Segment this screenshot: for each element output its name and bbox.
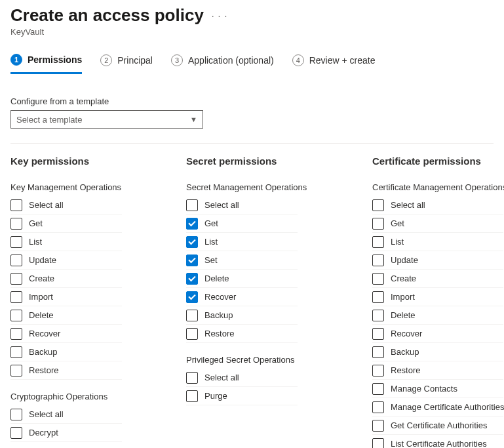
permission-checkbox[interactable] <box>372 236 384 248</box>
permission-checkbox[interactable] <box>186 199 198 211</box>
permission-label: Update <box>391 255 418 265</box>
permission-checkbox[interactable] <box>372 328 384 340</box>
permission-checkbox[interactable] <box>372 438 384 449</box>
template-select[interactable]: Select a template ▼ <box>10 110 203 129</box>
permission-checkbox[interactable] <box>10 346 22 358</box>
permission-option: Import <box>10 288 122 306</box>
step-number-badge: 1 <box>10 54 22 66</box>
permission-label: Manage Certificate Authorities <box>391 402 504 412</box>
permission-option: List Certificate Authorities <box>372 435 503 448</box>
permission-checkbox[interactable] <box>186 328 198 340</box>
permission-checkbox[interactable] <box>10 236 22 248</box>
permission-option: Delete <box>372 306 503 325</box>
tab-step-1[interactable]: 1Permissions <box>10 54 82 74</box>
permission-checkbox[interactable] <box>186 291 198 303</box>
tab-label: Review + create <box>309 55 376 66</box>
permission-label: Backup <box>204 310 233 320</box>
key-group-title: Key Management Operations <box>10 182 186 192</box>
permission-option: Restore <box>372 361 503 380</box>
template-label: Configure from a template <box>10 96 494 106</box>
permission-checkbox[interactable] <box>10 409 22 420</box>
permission-checkbox[interactable] <box>372 420 384 432</box>
permission-checkbox[interactable] <box>372 346 384 358</box>
permission-checkbox[interactable] <box>372 310 384 321</box>
secret-group-title: Privileged Secret Operations <box>186 355 372 365</box>
permission-label: Import <box>29 292 53 302</box>
permission-checkbox[interactable] <box>186 390 198 402</box>
tab-step-2[interactable]: 2Principal <box>100 54 153 73</box>
template-select-placeholder: Select a template <box>16 115 82 125</box>
permission-option: Backup <box>10 343 122 361</box>
permission-option: Create <box>10 270 122 288</box>
permission-checkbox[interactable] <box>186 236 198 248</box>
chevron-down-icon: ▼ <box>190 115 197 123</box>
permission-checkbox[interactable] <box>186 273 198 285</box>
permission-option: Backup <box>372 343 503 361</box>
permission-checkbox[interactable] <box>10 365 22 377</box>
permission-checkbox[interactable] <box>372 273 384 285</box>
permission-label: Select all <box>29 200 64 210</box>
permission-checkbox[interactable] <box>372 365 384 377</box>
permission-checkbox[interactable] <box>372 255 384 266</box>
permission-option: Recover <box>186 288 298 306</box>
permission-label: Get <box>391 218 404 228</box>
permission-checkbox[interactable] <box>372 199 384 211</box>
permission-label: Decrypt <box>29 428 58 438</box>
permission-checkbox[interactable] <box>372 383 384 395</box>
permission-option: Restore <box>10 361 122 380</box>
permission-checkbox[interactable] <box>10 273 22 285</box>
permission-option: Update <box>10 251 122 270</box>
permission-checkbox[interactable] <box>372 218 384 230</box>
permission-checkbox[interactable] <box>372 291 384 303</box>
permission-label: Backup <box>29 347 57 357</box>
tab-step-3[interactable]: 3Application (optional) <box>171 54 274 73</box>
step-number-badge: 4 <box>292 54 304 66</box>
permission-checkbox[interactable] <box>186 372 198 384</box>
page-subtitle: KeyVault <box>10 27 494 37</box>
permission-checkbox[interactable] <box>10 199 22 211</box>
permission-option: Select all <box>10 405 122 424</box>
permission-option: List <box>372 233 503 251</box>
permission-checkbox[interactable] <box>372 401 384 413</box>
secret-permissions-column: Secret permissionsSecret Management Oper… <box>186 153 372 448</box>
permission-columns: Key permissionsKey Management Operations… <box>10 153 494 448</box>
permission-checkbox[interactable] <box>10 291 22 303</box>
key-permissions-title: Key permissions <box>10 155 186 167</box>
more-icon[interactable]: · · · <box>212 10 227 21</box>
permission-checkbox[interactable] <box>10 328 22 340</box>
permission-label: Manage Contacts <box>391 384 457 394</box>
permission-checkbox[interactable] <box>186 255 198 266</box>
permission-checkbox[interactable] <box>10 310 22 321</box>
tab-step-4[interactable]: 4Review + create <box>292 54 376 73</box>
permission-option: Set <box>186 251 298 270</box>
permission-checkbox[interactable] <box>10 427 22 439</box>
permission-option: Get <box>10 214 122 233</box>
permission-option: Get <box>372 214 503 233</box>
permission-option: Create <box>372 270 503 288</box>
permission-label: List <box>204 237 218 247</box>
secret-permissions-title: Secret permissions <box>186 155 372 167</box>
permission-checkbox[interactable] <box>10 218 22 230</box>
permission-label: Create <box>391 274 416 283</box>
page-title: Create an access policy <box>10 5 204 26</box>
permission-label: Select all <box>204 373 239 382</box>
permission-checkbox[interactable] <box>186 218 198 230</box>
permission-label: Backup <box>391 347 419 357</box>
permission-option: Select all <box>372 196 503 214</box>
permission-option: Restore <box>186 325 298 343</box>
secret-group-title: Secret Management Operations <box>186 182 372 192</box>
permission-option: Get Certificate Authorities <box>372 417 503 435</box>
step-number-badge: 2 <box>100 54 112 66</box>
permission-checkbox[interactable] <box>186 310 198 321</box>
permission-option: Manage Contacts <box>372 380 503 398</box>
permission-checkbox[interactable] <box>10 255 22 266</box>
permission-option: Get <box>186 214 298 233</box>
permission-label: Delete <box>204 274 229 283</box>
permission-label: Restore <box>204 329 235 338</box>
permission-label: Select all <box>391 200 425 210</box>
permission-label: List <box>29 237 42 247</box>
permission-label: Get <box>204 218 218 228</box>
permission-label: Get <box>29 218 43 228</box>
permission-option: List <box>186 233 298 251</box>
permission-label: Get Certificate Authorities <box>391 420 487 430</box>
